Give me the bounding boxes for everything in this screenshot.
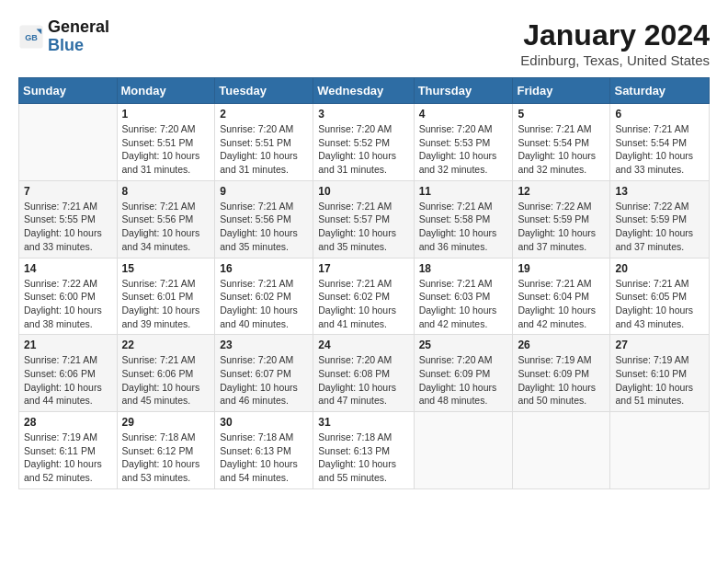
day-info: Sunrise: 7:22 AM Sunset: 5:59 PM Dayligh… [518,200,605,254]
calendar-week-4: 21Sunrise: 7:21 AM Sunset: 6:06 PM Dayli… [19,335,710,412]
calendar-cell: 5Sunrise: 7:21 AM Sunset: 5:54 PM Daylig… [513,104,610,181]
day-info: Sunrise: 7:21 AM Sunset: 5:54 PM Dayligh… [518,122,605,177]
day-number: 23 [220,339,308,351]
day-info: Sunrise: 7:20 AM Sunset: 5:52 PM Dayligh… [318,122,408,177]
day-info: Sunrise: 7:21 AM Sunset: 5:54 PM Dayligh… [615,122,704,177]
day-number: 26 [518,339,605,351]
day-number: 25 [419,339,508,351]
day-number: 1 [122,108,210,121]
calendar-cell: 16Sunrise: 7:21 AM Sunset: 6:02 PM Dayli… [215,258,313,335]
calendar-cell: 27Sunrise: 7:19 AM Sunset: 6:10 PM Dayli… [610,335,710,412]
day-number: 18 [419,262,508,275]
calendar-cell: 26Sunrise: 7:19 AM Sunset: 6:09 PM Dayli… [513,335,610,412]
day-info: Sunrise: 7:21 AM Sunset: 6:03 PM Dayligh… [419,277,508,331]
day-info: Sunrise: 7:21 AM Sunset: 5:57 PM Dayligh… [318,200,408,254]
calendar-cell: 2Sunrise: 7:20 AM Sunset: 5:51 PM Daylig… [215,104,313,181]
day-info: Sunrise: 7:21 AM Sunset: 6:05 PM Dayligh… [615,277,704,331]
day-number: 5 [518,108,605,121]
day-number: 9 [220,185,308,198]
logo: GB General Blue [18,18,109,55]
calendar-cell: 4Sunrise: 7:20 AM Sunset: 5:53 PM Daylig… [414,104,513,181]
weekday-header-row: SundayMondayTuesdayWednesdayThursdayFrid… [19,78,710,104]
calendar-cell: 18Sunrise: 7:21 AM Sunset: 6:03 PM Dayli… [414,258,513,335]
day-info: Sunrise: 7:21 AM Sunset: 5:55 PM Dayligh… [24,200,112,254]
calendar-cell [414,412,513,489]
day-info: Sunrise: 7:21 AM Sunset: 6:01 PM Dayligh… [122,277,210,331]
day-number: 13 [615,185,704,198]
day-info: Sunrise: 7:19 AM Sunset: 6:11 PM Dayligh… [24,431,112,485]
day-number: 27 [615,339,704,351]
logo-line1: General [48,18,109,37]
weekday-header-monday: Monday [117,78,215,104]
calendar-cell [610,412,710,489]
calendar-cell: 23Sunrise: 7:20 AM Sunset: 6:07 PM Dayli… [215,335,313,412]
day-info: Sunrise: 7:18 AM Sunset: 6:12 PM Dayligh… [122,431,210,485]
day-number: 4 [419,108,508,121]
day-info: Sunrise: 7:22 AM Sunset: 5:59 PM Dayligh… [615,200,704,254]
day-number: 15 [122,262,210,275]
day-info: Sunrise: 7:21 AM Sunset: 6:02 PM Dayligh… [318,277,408,331]
calendar-cell: 22Sunrise: 7:21 AM Sunset: 6:06 PM Dayli… [117,335,215,412]
calendar-cell: 11Sunrise: 7:21 AM Sunset: 5:58 PM Dayli… [414,180,513,258]
svg-text:GB: GB [25,33,38,42]
day-number: 14 [24,262,112,275]
logo-text: General Blue [48,18,109,55]
weekday-header-wednesday: Wednesday [313,78,414,104]
day-info: Sunrise: 7:18 AM Sunset: 6:13 PM Dayligh… [318,431,408,485]
day-info: Sunrise: 7:21 AM Sunset: 5:56 PM Dayligh… [220,200,308,254]
day-number: 19 [518,262,605,275]
calendar-title: January 2024 [520,18,710,52]
calendar-week-1: 1Sunrise: 7:20 AM Sunset: 5:51 PM Daylig… [19,104,710,181]
calendar-cell: 13Sunrise: 7:22 AM Sunset: 5:59 PM Dayli… [610,180,710,258]
calendar-cell: 30Sunrise: 7:18 AM Sunset: 6:13 PM Dayli… [215,412,313,489]
day-info: Sunrise: 7:21 AM Sunset: 5:58 PM Dayligh… [419,200,508,254]
day-info: Sunrise: 7:18 AM Sunset: 6:13 PM Dayligh… [220,431,308,485]
day-info: Sunrise: 7:21 AM Sunset: 6:04 PM Dayligh… [518,277,605,331]
calendar-cell: 15Sunrise: 7:21 AM Sunset: 6:01 PM Dayli… [117,258,215,335]
day-number: 2 [220,108,308,121]
day-info: Sunrise: 7:20 AM Sunset: 5:51 PM Dayligh… [220,122,308,177]
day-info: Sunrise: 7:21 AM Sunset: 5:56 PM Dayligh… [122,200,210,254]
calendar-cell: 8Sunrise: 7:21 AM Sunset: 5:56 PM Daylig… [117,180,215,258]
calendar-cell: 20Sunrise: 7:21 AM Sunset: 6:05 PM Dayli… [610,258,710,335]
calendar-cell: 3Sunrise: 7:20 AM Sunset: 5:52 PM Daylig… [313,104,414,181]
weekday-header-thursday: Thursday [414,78,513,104]
day-info: Sunrise: 7:20 AM Sunset: 5:53 PM Dayligh… [419,122,508,177]
calendar-cell: 31Sunrise: 7:18 AM Sunset: 6:13 PM Dayli… [313,412,414,489]
day-info: Sunrise: 7:21 AM Sunset: 6:02 PM Dayligh… [220,277,308,331]
calendar-cell: 25Sunrise: 7:20 AM Sunset: 6:09 PM Dayli… [414,335,513,412]
day-number: 28 [24,416,112,429]
calendar-cell: 12Sunrise: 7:22 AM Sunset: 5:59 PM Dayli… [513,180,610,258]
calendar-cell: 14Sunrise: 7:22 AM Sunset: 6:00 PM Dayli… [19,258,118,335]
day-number: 20 [615,262,704,275]
calendar-cell: 10Sunrise: 7:21 AM Sunset: 5:57 PM Dayli… [313,180,414,258]
weekday-header-saturday: Saturday [610,78,710,104]
calendar-cell [19,104,118,181]
day-number: 8 [122,185,210,198]
day-info: Sunrise: 7:20 AM Sunset: 6:08 PM Dayligh… [318,353,408,408]
calendar-body: 1Sunrise: 7:20 AM Sunset: 5:51 PM Daylig… [19,104,710,489]
calendar-week-2: 7Sunrise: 7:21 AM Sunset: 5:55 PM Daylig… [19,180,710,258]
day-number: 22 [122,339,210,351]
weekday-header-tuesday: Tuesday [215,78,313,104]
calendar-cell: 1Sunrise: 7:20 AM Sunset: 5:51 PM Daylig… [117,104,215,181]
day-info: Sunrise: 7:21 AM Sunset: 6:06 PM Dayligh… [24,353,112,408]
calendar-cell: 28Sunrise: 7:19 AM Sunset: 6:11 PM Dayli… [19,412,118,489]
calendar-table: SundayMondayTuesdayWednesdayThursdayFrid… [18,77,710,489]
day-info: Sunrise: 7:19 AM Sunset: 6:09 PM Dayligh… [518,353,605,408]
calendar-subtitle: Edinburg, Texas, United States [520,52,710,68]
calendar-cell: 29Sunrise: 7:18 AM Sunset: 6:12 PM Dayli… [117,412,215,489]
day-number: 11 [419,185,508,198]
calendar-cell: 19Sunrise: 7:21 AM Sunset: 6:04 PM Dayli… [513,258,610,335]
day-info: Sunrise: 7:20 AM Sunset: 6:09 PM Dayligh… [419,353,508,408]
logo-line2: Blue [48,37,109,55]
logo-icon: GB [18,24,44,50]
calendar-cell [513,412,610,489]
day-number: 12 [518,185,605,198]
day-number: 31 [318,416,408,429]
day-number: 29 [122,416,210,429]
day-number: 7 [24,185,112,198]
day-number: 3 [318,108,408,121]
day-number: 30 [220,416,308,429]
day-info: Sunrise: 7:20 AM Sunset: 5:51 PM Dayligh… [122,122,210,177]
